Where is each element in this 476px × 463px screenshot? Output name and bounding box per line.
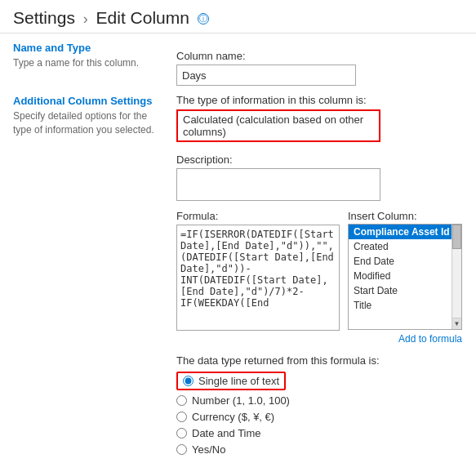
insert-list-item-1[interactable]: Created xyxy=(349,239,452,254)
info-icon[interactable]: ⓘ xyxy=(198,13,209,24)
radio-datetime[interactable] xyxy=(176,428,187,439)
name-type-section-label: Name and Type xyxy=(13,42,163,54)
radio-group: Single line of text Number (1, 1.0, 100)… xyxy=(176,372,463,456)
breadcrumb: Settings xyxy=(13,8,75,27)
formula-textarea[interactable]: =IF(ISERROR(DATEDIF([Start Date],[End Da… xyxy=(176,225,340,331)
description-label: Description: xyxy=(176,154,463,166)
right-panel: Column name: The type of information in … xyxy=(176,42,463,456)
scroll-thumb xyxy=(452,225,461,249)
insert-column-container: Insert Column: Compliance Asset Id Creat… xyxy=(348,210,462,345)
radio-currency-label: Currency ($, ¥, €) xyxy=(192,411,274,423)
insert-list-item-5[interactable]: Title xyxy=(349,298,452,313)
insert-list-item-4[interactable]: Start Date xyxy=(349,283,452,298)
insert-list-item-2[interactable]: End Date xyxy=(349,254,452,269)
radio-item-number[interactable]: Number (1, 1.0, 100) xyxy=(176,394,463,407)
radio-item-yesno[interactable]: Yes/No xyxy=(176,443,463,456)
description-textarea[interactable] xyxy=(176,168,380,201)
insert-list-item-0[interactable]: Compliance Asset Id xyxy=(349,225,452,239)
left-panel: Name and Type Type a name for this colum… xyxy=(13,42,176,456)
radio-single-line-label: Single line of text xyxy=(198,375,279,387)
radio-item-datetime[interactable]: Date and Time xyxy=(176,427,463,439)
page-header: Settings › Edit Column ⓘ xyxy=(0,0,476,33)
page-title: Edit Column xyxy=(96,8,189,27)
insert-list-item-3[interactable]: Modified xyxy=(349,269,452,283)
radio-currency[interactable] xyxy=(176,412,187,422)
type-info-label: The type of information in this column i… xyxy=(176,94,463,106)
additional-section-desc: Specify detailed options for the type of… xyxy=(13,109,163,137)
add-to-formula-link[interactable]: Add to formula xyxy=(398,333,462,345)
additional-settings-section: Additional Column Settings Specify detai… xyxy=(13,82,163,137)
add-to-formula-container: Add to formula xyxy=(348,332,462,345)
radio-item-currency[interactable]: Currency ($, ¥, €) xyxy=(176,411,463,423)
radio-selected-highlight: Single line of text xyxy=(176,372,286,390)
radio-item-single-line[interactable]: Single line of text xyxy=(176,372,463,390)
name-type-section-desc: Type a name for this column. xyxy=(13,56,163,70)
column-name-label: Column name: xyxy=(176,50,463,62)
radio-yesno[interactable] xyxy=(176,444,187,455)
main-content: Name and Type Type a name for this colum… xyxy=(0,33,476,463)
scroll-arrow-down[interactable]: ▼ xyxy=(452,318,461,329)
additional-section-label: Additional Column Settings xyxy=(13,95,163,107)
radio-yesno-label: Yes/No xyxy=(192,443,225,456)
radio-single-line[interactable] xyxy=(183,376,194,386)
insert-column-list-wrapper: Compliance Asset Id Created End Date Mod… xyxy=(348,224,462,330)
radio-number-label: Number (1, 1.0, 100) xyxy=(192,394,290,407)
insert-column-list: Compliance Asset Id Created End Date Mod… xyxy=(349,225,452,329)
insert-list-scrollbar[interactable]: ▼ xyxy=(452,225,461,329)
return-type-label: The data type returned from this formula… xyxy=(176,354,463,367)
radio-datetime-label: Date and Time xyxy=(192,427,261,439)
breadcrumb-separator: › xyxy=(83,11,88,27)
radio-number[interactable] xyxy=(176,395,187,406)
formula-container: Formula: =IF(ISERROR(DATEDIF([Start Date… xyxy=(176,210,340,331)
column-name-input[interactable] xyxy=(176,65,356,86)
formula-label: Formula: xyxy=(176,210,340,222)
column-type-value: Calculated (calculation based on other c… xyxy=(176,109,380,142)
insert-column-label: Insert Column: xyxy=(348,210,462,222)
